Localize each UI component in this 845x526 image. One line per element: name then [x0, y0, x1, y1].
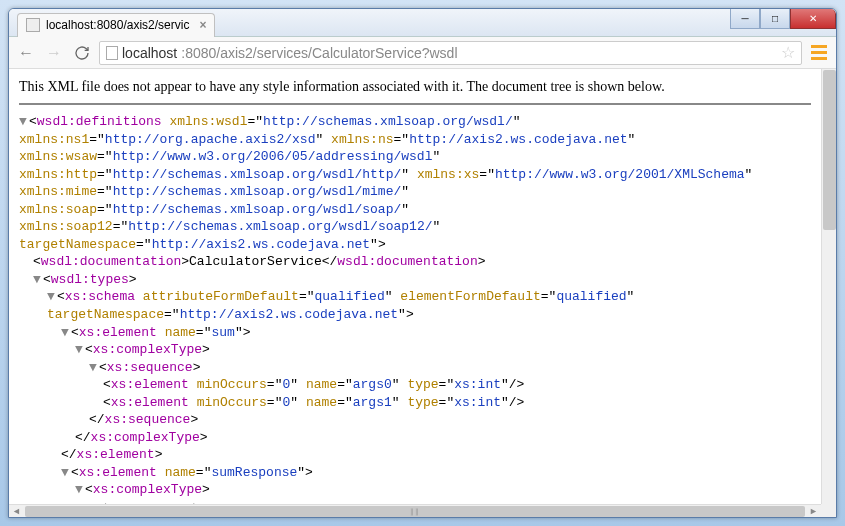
- toolbar: ← → localhost:8080/axis2/services/Calcul…: [9, 37, 836, 69]
- collapse-icon[interactable]: ▼: [47, 288, 57, 306]
- scroll-thumb[interactable]: [823, 70, 836, 230]
- url-bar[interactable]: localhost:8080/axis2/services/Calculator…: [99, 41, 802, 65]
- back-button[interactable]: ←: [15, 42, 37, 64]
- minimize-button[interactable]: ─: [730, 9, 760, 29]
- scroll-right-arrow[interactable]: ►: [806, 505, 821, 517]
- menu-button[interactable]: [808, 41, 830, 64]
- horizontal-scrollbar[interactable]: ◄ ∥∥ ►: [9, 504, 821, 517]
- maximize-button[interactable]: □: [760, 9, 790, 29]
- xml-notice: This XML file does not appear to have an…: [19, 79, 811, 95]
- tab-close-button[interactable]: ×: [199, 18, 206, 32]
- content-area: This XML file does not appear to have an…: [9, 69, 836, 517]
- page: This XML file does not appear to have an…: [9, 69, 821, 504]
- collapse-icon[interactable]: ▼: [19, 113, 29, 131]
- collapse-icon[interactable]: ▼: [61, 324, 71, 342]
- xml-tree: ▼<wsdl:definitions xmlns:wsdl="http://sc…: [19, 113, 811, 504]
- page-icon: [106, 46, 118, 60]
- collapse-icon[interactable]: ▼: [75, 481, 85, 499]
- tab-title: localhost:8080/axis2/servic: [46, 18, 189, 32]
- scroll-thumb[interactable]: ∥∥: [25, 506, 805, 517]
- reload-button[interactable]: [71, 42, 93, 64]
- url-host: localhost: [122, 45, 177, 61]
- forward-button[interactable]: →: [43, 42, 65, 64]
- scroll-corner: [821, 504, 836, 517]
- bookmark-icon[interactable]: ☆: [781, 43, 795, 62]
- browser-tab[interactable]: localhost:8080/axis2/servic ×: [17, 13, 215, 37]
- collapse-icon[interactable]: ▼: [61, 464, 71, 482]
- vertical-scrollbar[interactable]: [821, 69, 836, 504]
- collapse-icon[interactable]: ▼: [89, 359, 99, 377]
- collapse-icon[interactable]: ▼: [75, 341, 85, 359]
- window-buttons: ─ □ ✕: [730, 9, 836, 29]
- scroll-left-arrow[interactable]: ◄: [9, 505, 24, 517]
- close-button[interactable]: ✕: [790, 9, 836, 29]
- url-path: :8080/axis2/services/CalculatorService?w…: [181, 45, 457, 61]
- browser-window: localhost:8080/axis2/servic × ─ □ ✕ ← → …: [8, 8, 837, 518]
- titlebar: localhost:8080/axis2/servic × ─ □ ✕: [9, 9, 836, 37]
- collapse-icon[interactable]: ▼: [33, 271, 43, 289]
- divider: [19, 103, 811, 105]
- favicon-icon: [26, 18, 40, 32]
